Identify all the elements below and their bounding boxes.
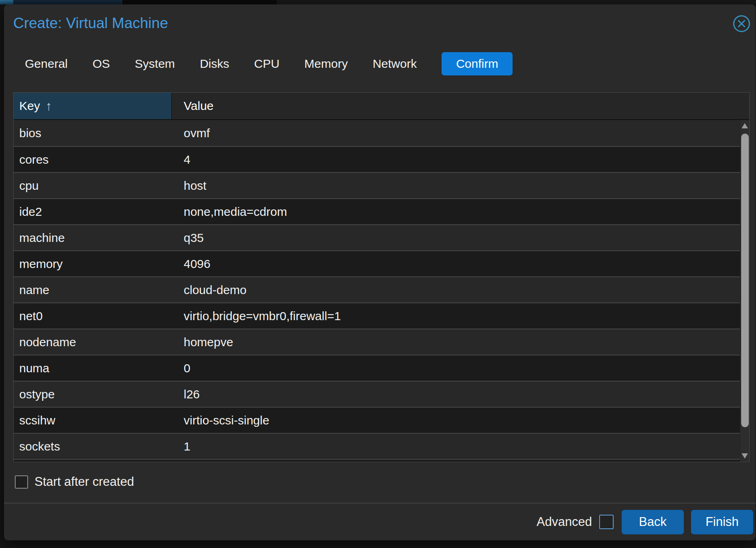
finish-button[interactable]: Finish	[691, 510, 753, 534]
row-value: none,media=cdrom	[172, 199, 740, 224]
background-app-strip	[0, 0, 756, 4]
row-key: bios	[14, 120, 172, 146]
table-row-net0[interactable]: net0 virtio,bridge=vmbr0,firewall=1	[14, 302, 740, 329]
table-row-name[interactable]: name cloud-demo	[14, 276, 740, 302]
row-key: scsihw	[14, 408, 172, 433]
row-key: name	[14, 277, 172, 302]
tab-os[interactable]: OS	[93, 57, 110, 71]
row-key: net0	[14, 303, 172, 329]
advanced-checkbox[interactable]	[599, 515, 614, 529]
scroll-up-icon[interactable]	[742, 123, 748, 128]
scrollbar-thumb[interactable]	[741, 134, 749, 427]
row-value: 0	[172, 355, 740, 381]
tab-bar: GeneralOSSystemDisksCPUMemoryNetworkConf…	[25, 51, 513, 76]
background-accent	[0, 0, 13, 4]
column-header-key[interactable]: Key ↑	[14, 93, 172, 119]
sort-asc-icon: ↑	[46, 99, 52, 114]
row-value: 1	[172, 434, 740, 459]
table-row-ide2[interactable]: ide2 none,media=cdrom	[14, 198, 740, 224]
row-value: 4096	[172, 251, 740, 276]
table-row-numa[interactable]: numa 0	[14, 355, 740, 381]
table-row-partial	[14, 459, 740, 462]
tab-general[interactable]: General	[25, 57, 68, 71]
table-row-scsihw[interactable]: scsihw virtio-scsi-single	[14, 407, 740, 433]
column-header-value[interactable]: Value	[172, 93, 749, 119]
create-vm-dialog: Create: Virtual Machine GeneralOSSystemD…	[4, 4, 756, 540]
row-value: virtio-scsi-single	[172, 408, 740, 433]
row-key: machine	[14, 225, 172, 250]
row-key: sockets	[14, 434, 172, 459]
row-value: 4	[172, 147, 740, 172]
table-row-sockets[interactable]: sockets 1	[14, 433, 740, 459]
table-row-cpu[interactable]: cpu host	[14, 172, 740, 198]
scroll-down-icon[interactable]	[742, 453, 748, 459]
start-after-created-label: Start after created	[34, 475, 134, 489]
table-row-machine[interactable]: machine q35	[14, 224, 740, 250]
row-value: l26	[172, 382, 740, 407]
table-row-cores[interactable]: cores 4	[14, 146, 740, 172]
row-key: cpu	[14, 173, 172, 198]
tab-disks[interactable]: Disks	[200, 57, 229, 71]
background-strip-right	[277, 0, 756, 4]
back-button[interactable]: Back	[622, 510, 684, 534]
table-body: bios ovmf cores 4 cpu host ide2 none,med…	[14, 120, 740, 459]
row-value: ovmf	[172, 120, 740, 146]
row-key: numa	[14, 355, 172, 381]
row-key: nodename	[14, 329, 172, 355]
tab-memory[interactable]: Memory	[304, 57, 348, 71]
dialog-title: Create: Virtual Machine	[13, 15, 168, 32]
row-value: q35	[172, 225, 740, 250]
tab-cpu[interactable]: CPU	[254, 57, 279, 71]
dialog-footer: Advanced Back Finish	[4, 503, 756, 540]
table-row-memory[interactable]: memory 4096	[14, 250, 740, 276]
row-key: memory	[14, 251, 172, 276]
row-value: host	[172, 173, 740, 198]
table-row-ostype[interactable]: ostype l26	[14, 381, 740, 407]
start-after-created-row: Start after created	[15, 475, 134, 489]
tab-confirm[interactable]: Confirm	[442, 52, 513, 75]
table-row-nodename[interactable]: nodename homepve	[14, 329, 740, 355]
advanced-label: Advanced	[537, 515, 592, 529]
background-tab	[13, 0, 122, 4]
column-value-label: Value	[184, 99, 214, 113]
row-key: ide2	[14, 199, 172, 224]
row-key: ostype	[14, 382, 172, 407]
row-key: cores	[14, 147, 172, 172]
start-after-created-checkbox[interactable]	[15, 475, 28, 489]
column-key-label: Key	[19, 99, 40, 113]
row-value: homepve	[172, 329, 740, 355]
close-button[interactable]	[732, 14, 751, 33]
table-header: Key ↑ Value	[14, 93, 749, 120]
close-icon	[732, 28, 751, 34]
row-value: virtio,bridge=vmbr0,firewall=1	[172, 303, 740, 329]
tab-network[interactable]: Network	[373, 57, 417, 71]
row-value: cloud-demo	[172, 277, 740, 302]
table-row-bios[interactable]: bios ovmf	[14, 120, 740, 146]
table-scrollbar[interactable]	[740, 120, 749, 462]
tab-system[interactable]: System	[135, 57, 175, 71]
confirm-settings-table: Key ↑ Value bios ovmf cores 4 cpu host i…	[13, 92, 750, 462]
